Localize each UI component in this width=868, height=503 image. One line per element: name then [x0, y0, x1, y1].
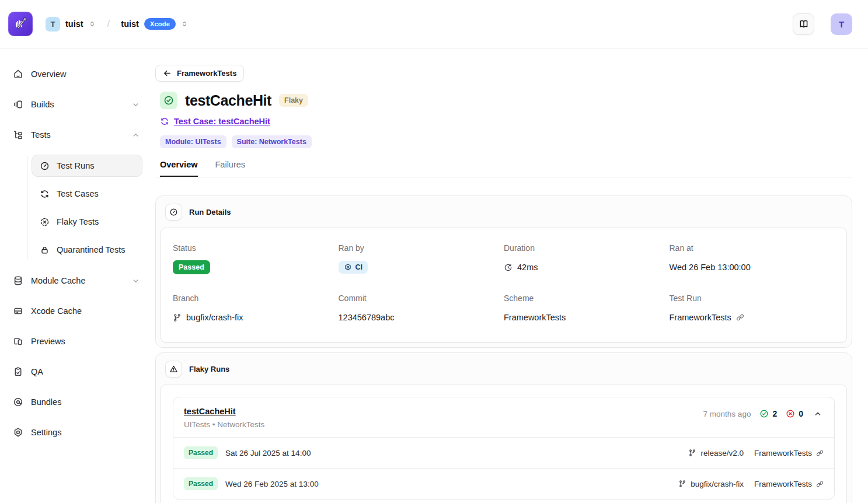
check-circle-icon	[759, 409, 769, 418]
user-avatar[interactable]: T	[831, 13, 852, 35]
status-badge: Passed	[173, 260, 210, 274]
chevron-down-icon	[131, 277, 142, 285]
run-details-icon	[165, 204, 182, 221]
failed-count: 0	[786, 409, 803, 418]
sidebar-item-previews[interactable]: Previews	[13, 331, 142, 352]
sidebar-item-module-cache[interactable]: Module Cache	[13, 270, 142, 291]
settings-icon	[13, 427, 23, 438]
field-scheme: Scheme FrameworkTests	[504, 294, 670, 324]
breadcrumb-separator: /	[107, 18, 110, 30]
account-selector-icon[interactable]	[88, 20, 96, 28]
run-date: Sat 26 Jul 2025 at 14:00	[225, 449, 311, 457]
account-name[interactable]: tuist	[65, 19, 83, 29]
account-chip[interactable]: T	[46, 17, 60, 32]
tabs: Overview Failures	[155, 160, 852, 177]
page-title: testCacheHit	[185, 92, 271, 109]
project-selector-icon[interactable]	[180, 20, 189, 28]
sidebar-item-label: Tests	[31, 130, 51, 139]
sidebar-item-label: Test Runs	[57, 161, 94, 170]
project-type-badge: Xcode	[144, 18, 176, 30]
clock-icon	[504, 263, 513, 272]
sidebar-item-bundles[interactable]: Bundles	[13, 392, 142, 413]
field-test-run: Test Run FrameworkTests	[670, 294, 835, 324]
passed-check-icon	[160, 92, 177, 109]
field-commit: Commit 123456789abc	[339, 294, 504, 324]
flaky-run-row[interactable]: Passed Wed 26 Feb 2025 at 13:00 bugfix/c…	[173, 468, 834, 499]
flaky-run-row[interactable]: Passed Sat 26 Jul 2025 at 14:00 release/…	[173, 437, 834, 468]
module-badge: Module: UITests	[160, 135, 226, 148]
field-status: Status Passed	[173, 243, 339, 274]
flaky-run-group: testCacheHit UITests • NetworkTests 7 mo…	[173, 397, 835, 499]
sidebar-item-qa[interactable]: QA	[13, 361, 142, 382]
time-ago: 7 months ago	[703, 410, 751, 418]
bundle-icon	[13, 397, 23, 407]
back-button-label: FrameworkTests	[177, 69, 236, 78]
sidebar-item-label: Settings	[31, 428, 61, 437]
suite-badge: Suite: NetworkTests	[232, 135, 312, 148]
sidebar-item-label: Bundles	[31, 397, 61, 407]
x-circle-icon	[786, 409, 795, 418]
swap-icon	[40, 189, 50, 199]
run-details-section: Run Details Status Passed Ran by	[155, 195, 852, 348]
sidebar-item-settings[interactable]: Settings	[13, 422, 142, 443]
title-row: testCacheHit Flaky	[155, 92, 852, 109]
sidebar-item-quarantined-tests[interactable]: Quarantined Tests	[32, 239, 142, 261]
section-title: Run Details	[189, 208, 231, 216]
lock-icon	[40, 245, 50, 255]
drive-icon	[13, 306, 23, 316]
docs-button[interactable]	[793, 13, 814, 35]
meta-badges: Module: UITests Suite: NetworkTests	[155, 135, 852, 148]
field-duration: Duration 42ms	[504, 243, 670, 274]
back-button[interactable]: FrameworkTests	[155, 65, 244, 82]
field-ran-at: Ran at Wed 26 Feb 13:00:00	[670, 243, 835, 274]
run-date: Wed 26 Feb 2025 at 13:00	[225, 480, 319, 488]
chevron-down-icon	[131, 100, 142, 109]
git-branch-icon	[678, 480, 686, 488]
sidebar-item-label: Overview	[31, 69, 66, 79]
sidebar-item-test-runs[interactable]: Test Runs	[32, 155, 142, 177]
gauge-icon	[40, 161, 50, 171]
breadcrumb: T tuist / tuist Xcode	[46, 17, 189, 32]
topbar: T tuist / tuist Xcode T	[0, 0, 868, 48]
tuist-logo-icon[interactable]	[8, 12, 33, 36]
sidebar-item-test-cases[interactable]: Test Cases	[32, 183, 142, 205]
tests-subgroup: Test Runs Test Cases Flaky Tests	[22, 155, 142, 261]
sidebar-item-flaky-tests[interactable]: Flaky Tests	[32, 211, 142, 233]
flaky-group-title[interactable]: testCacheHit	[184, 407, 264, 416]
ci-hexagon-icon	[344, 263, 352, 271]
warning-icon	[165, 361, 182, 378]
collapse-chevron-icon[interactable]	[812, 408, 824, 420]
main-content: FrameworkTests testCacheHit Flaky Test C…	[151, 48, 868, 503]
sidebar-item-label: Builds	[31, 100, 54, 109]
tests-icon	[13, 130, 23, 140]
arrow-left-icon	[163, 69, 172, 78]
status-badge: Passed	[184, 446, 218, 459]
field-ran-by: Ran by CI	[339, 243, 504, 274]
flaky-group-subtitle: UITests • NetworkTests	[184, 420, 264, 429]
run-link[interactable]: FrameworkTests	[754, 480, 824, 488]
sidebar-item-label: Test Cases	[57, 189, 99, 198]
test-case-link[interactable]: Test Case: testCacheHit	[155, 117, 270, 126]
link-icon	[816, 480, 824, 488]
git-branch-icon	[173, 313, 182, 322]
sidebar-item-label: Xcode Cache	[31, 306, 82, 316]
book-icon	[799, 19, 809, 29]
sidebar-item-tests[interactable]: Tests	[13, 124, 142, 145]
sidebar-item-overview[interactable]: Overview	[13, 64, 142, 85]
chevron-up-icon	[131, 131, 142, 139]
subgroup-rail	[27, 156, 27, 260]
sidebar: Overview Builds Tests	[0, 48, 151, 503]
tab-overview[interactable]: Overview	[160, 160, 198, 177]
test-run-link[interactable]: FrameworkTests	[670, 310, 835, 324]
sidebar-item-xcode-cache[interactable]: Xcode Cache	[13, 301, 142, 322]
status-badge: Passed	[184, 477, 218, 490]
sidebar-item-label: Quarantined Tests	[57, 245, 125, 254]
project-name[interactable]: tuist	[121, 19, 139, 29]
database-icon	[13, 275, 23, 286]
run-link[interactable]: FrameworkTests	[754, 449, 824, 457]
tab-failures[interactable]: Failures	[215, 160, 246, 177]
field-branch: Branch bugfix/crash-fix	[173, 294, 339, 324]
ran-by-badge: CI	[339, 261, 368, 274]
sidebar-item-label: Module Cache	[31, 276, 86, 285]
sidebar-item-builds[interactable]: Builds	[13, 94, 142, 115]
